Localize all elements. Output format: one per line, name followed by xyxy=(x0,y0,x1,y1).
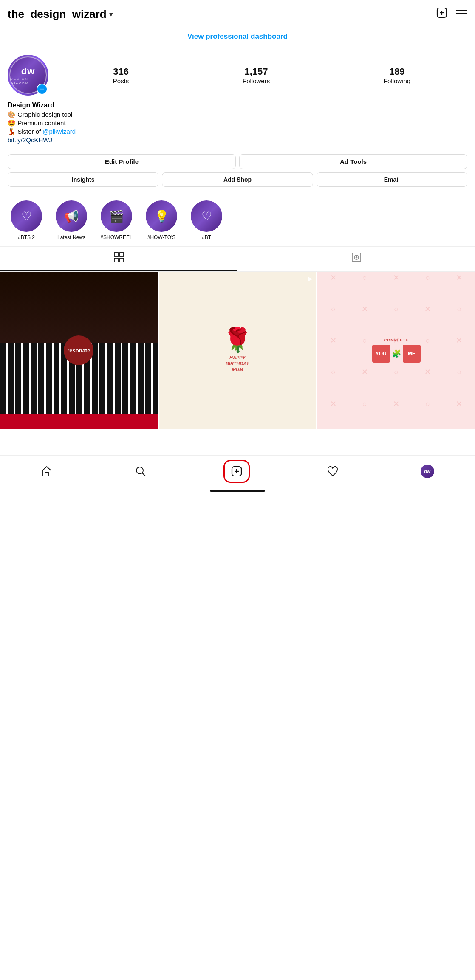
highlight-circle-latest-news: 📢 xyxy=(56,200,87,232)
birthday-text: HAPPYBIRTHDAYMUM xyxy=(226,355,249,373)
highlight-circle-bt: ♡ xyxy=(191,200,222,232)
bio-line-2: 🤩 Premium content xyxy=(8,119,467,127)
svg-rect-8 xyxy=(114,258,118,262)
mention-pikwizard[interactable]: @pikwizard_ xyxy=(42,128,79,135)
email-button[interactable]: Email xyxy=(317,172,467,187)
highlight-label-how-tos: #HOW-TO'S xyxy=(147,234,176,240)
grid-item-puzzle[interactable]: ✕○✕○✕ ○✕○✕○ ✕○✕○✕ ○✕○✕○ ✕○✕○✕ COMPLETE Y… xyxy=(317,272,475,429)
film-icon: 🎬 xyxy=(109,209,124,223)
home-indicator xyxy=(0,486,475,493)
professional-dashboard-banner[interactable]: View professional dashboard xyxy=(0,26,475,47)
highlights-section: ♡ #BTS 2 📢 Latest News 🎬 #SHOWREEL 💡 #HO… xyxy=(0,196,475,246)
svg-rect-9 xyxy=(120,258,124,262)
profile-top: dw DESIGN WIZARD + 316 Posts 1,157 Follo… xyxy=(8,55,467,96)
highlight-circle-showreel: 🎬 xyxy=(101,200,132,232)
bio-line-3: 💃 Sister of @pikwizard_ xyxy=(8,128,467,135)
posts-grid: resonate 🌹 HAPPYBIRTHDAYMUM ▶ ✕○✕○✕ ○✕○✕… xyxy=(0,272,475,429)
highlight-label-latest-news: Latest News xyxy=(57,234,85,240)
bio-section: Design Wizard 🎨 Graphic design tool 🤩 Pr… xyxy=(0,101,475,150)
highlight-label-bt: #BT xyxy=(202,234,211,240)
followers-label: Followers xyxy=(243,77,270,84)
insights-button[interactable]: Insights xyxy=(8,172,158,187)
highlight-label-bts2: #BTS 2 xyxy=(18,234,35,240)
highlight-bts2[interactable]: ♡ #BTS 2 xyxy=(8,200,45,240)
btn-row-2: Insights Add Shop Email xyxy=(8,172,467,187)
bio-link[interactable]: bit.ly/2QcKHWJ xyxy=(8,136,52,144)
header: the_design_wizard ▾ xyxy=(0,0,475,26)
svg-point-13 xyxy=(136,467,143,474)
menu-button[interactable] xyxy=(455,8,467,21)
posts-count: 316 xyxy=(113,66,129,77)
action-buttons: Edit Profile Ad Tools Insights Add Shop … xyxy=(0,150,475,196)
svg-rect-6 xyxy=(114,253,118,256)
edit-profile-button[interactable]: Edit Profile xyxy=(8,154,236,169)
stats-row: 316 Posts 1,157 Followers 189 Following xyxy=(56,66,467,84)
play-icon: ▶ xyxy=(308,275,313,282)
highlight-latest-news[interactable]: 📢 Latest News xyxy=(53,200,90,240)
nav-profile-button[interactable]: dw xyxy=(416,462,439,481)
heart-icon: ♡ xyxy=(21,209,32,223)
pro-dashboard-link[interactable]: View professional dashboard xyxy=(187,32,288,40)
grid-icon xyxy=(113,252,124,265)
megaphone-icon: 📢 xyxy=(64,209,79,223)
btn-row-1: Edit Profile Ad Tools xyxy=(8,154,467,169)
profile-section: dw DESIGN WIZARD + 316 Posts 1,157 Follo… xyxy=(0,47,475,96)
highlight-label-showreel: #SHOWREEL xyxy=(100,234,132,240)
rose-emoji: 🌹 xyxy=(223,328,252,352)
add-story-button[interactable]: + xyxy=(37,84,48,95)
highlight-showreel[interactable]: 🎬 #SHOWREEL xyxy=(98,200,135,240)
chevron-down-icon: ▾ xyxy=(109,10,113,18)
following-label: Following xyxy=(384,77,410,84)
ad-tools-button[interactable]: Ad Tools xyxy=(239,154,467,169)
nav-search-button[interactable] xyxy=(130,463,152,480)
tagged-icon xyxy=(351,252,362,265)
display-name: Design Wizard xyxy=(8,101,467,109)
puzzle-pieces: YOU 🧩 ME xyxy=(372,345,421,363)
posts-label: Posts xyxy=(113,77,129,84)
highlight-circle-how-tos: 💡 xyxy=(146,200,177,232)
following-stat[interactable]: 189 Following xyxy=(384,66,410,84)
nav-avatar: dw xyxy=(421,465,434,478)
posts-stat[interactable]: 316 Posts xyxy=(113,66,129,84)
avatar-initials: dw xyxy=(21,66,35,77)
heart-icon-2: ♡ xyxy=(201,209,212,223)
nav-create-button[interactable] xyxy=(223,460,250,483)
nav-heart-button[interactable] xyxy=(322,463,344,480)
nav-avatar-text: dw xyxy=(424,469,430,474)
followers-stat[interactable]: 1,157 Followers xyxy=(243,66,270,84)
avatar-wrap: dw DESIGN WIZARD + xyxy=(8,55,48,96)
add-shop-button[interactable]: Add Shop xyxy=(162,172,313,187)
tab-bar xyxy=(0,246,475,272)
followers-count: 1,157 xyxy=(245,66,268,77)
bottom-nav: dw xyxy=(0,455,475,486)
svg-point-12 xyxy=(356,257,357,258)
header-icons xyxy=(436,7,467,22)
svg-rect-7 xyxy=(120,253,124,256)
resonate-badge: resonate xyxy=(64,335,93,365)
tab-grid[interactable] xyxy=(0,247,238,271)
header-username[interactable]: the_design_wizard ▾ xyxy=(8,8,113,21)
username-text: the_design_wizard xyxy=(8,8,107,21)
complete-text: COMPLETE xyxy=(384,338,409,342)
highlight-circle-bts2: ♡ xyxy=(11,200,42,232)
grid-item-birthday[interactable]: 🌹 HAPPYBIRTHDAYMUM ▶ xyxy=(159,272,317,429)
highlight-how-tos[interactable]: 💡 #HOW-TO'S xyxy=(143,200,180,240)
grid-item-piano[interactable]: resonate xyxy=(0,272,158,429)
nav-home-button[interactable] xyxy=(36,463,58,480)
home-bar xyxy=(210,490,265,492)
svg-line-14 xyxy=(142,473,145,476)
bio-line-1: 🎨 Graphic design tool xyxy=(8,111,467,118)
highlight-bt[interactable]: ♡ #BT xyxy=(188,200,225,240)
add-post-button[interactable] xyxy=(436,7,448,22)
following-count: 189 xyxy=(389,66,405,77)
tab-tagged[interactable] xyxy=(238,247,475,271)
bulb-icon: 💡 xyxy=(154,209,169,223)
